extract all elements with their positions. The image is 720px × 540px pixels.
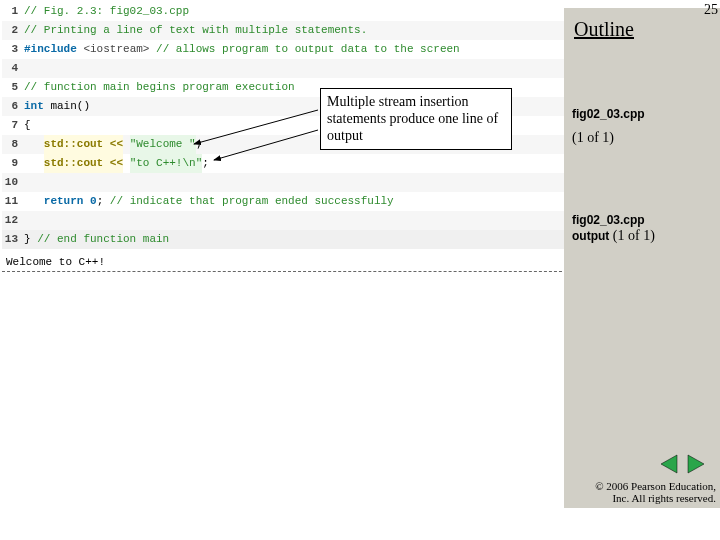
callout-annotation: Multiple stream insertion statements pro… xyxy=(320,88,512,150)
nav-controls xyxy=(657,453,708,478)
code-line: 3#include <iostream> // allows program t… xyxy=(2,40,567,59)
code-line: 9 std::cout << "to C++!\n"; xyxy=(2,154,567,173)
program-output: Welcome to C++! xyxy=(2,251,567,272)
prev-icon[interactable] xyxy=(657,453,681,475)
line-number: 5 xyxy=(2,78,24,97)
line-number: 9 xyxy=(2,154,24,173)
line-number: 12 xyxy=(2,211,24,230)
line-number: 7 xyxy=(2,116,24,135)
figure-page-1: (1 of 1) xyxy=(572,130,614,146)
line-number: 6 xyxy=(2,97,24,116)
svg-marker-2 xyxy=(661,455,677,473)
outline-title: Outline xyxy=(574,18,634,41)
line-number: 8 xyxy=(2,135,24,154)
figure-filename-2: fig02_03.cpp xyxy=(572,212,645,228)
sidebar-panel: Outline fig02_03.cpp (1 of 1) fig02_03.c… xyxy=(564,8,720,508)
line-number: 3 xyxy=(2,40,24,59)
copyright: © 2006 Pearson Education, Inc. All right… xyxy=(595,480,716,504)
code-line: 11 return 0; // indicate that program en… xyxy=(2,192,567,211)
code-line: 12 xyxy=(2,211,567,230)
next-icon[interactable] xyxy=(684,453,708,475)
line-number: 11 xyxy=(2,192,24,211)
copyright-line-2: Inc. All rights reserved. xyxy=(612,492,716,504)
line-number: 4 xyxy=(2,59,24,78)
figure-output-label: output (1 of 1) xyxy=(572,228,655,244)
svg-marker-3 xyxy=(688,455,704,473)
figure-filename-1: fig02_03.cpp xyxy=(572,106,645,122)
page-number: 25 xyxy=(704,2,718,18)
code-line: 10 xyxy=(2,173,567,192)
line-number: 13 xyxy=(2,230,24,249)
code-line: 1// Fig. 2.3: fig02_03.cpp xyxy=(2,2,567,21)
code-line: 13} // end function main xyxy=(2,230,567,249)
line-number: 2 xyxy=(2,21,24,40)
code-line: 2// Printing a line of text with multipl… xyxy=(2,21,567,40)
line-number: 10 xyxy=(2,173,24,192)
code-line: 4 xyxy=(2,59,567,78)
copyright-line-1: © 2006 Pearson Education, xyxy=(595,480,716,492)
line-number: 1 xyxy=(2,2,24,21)
